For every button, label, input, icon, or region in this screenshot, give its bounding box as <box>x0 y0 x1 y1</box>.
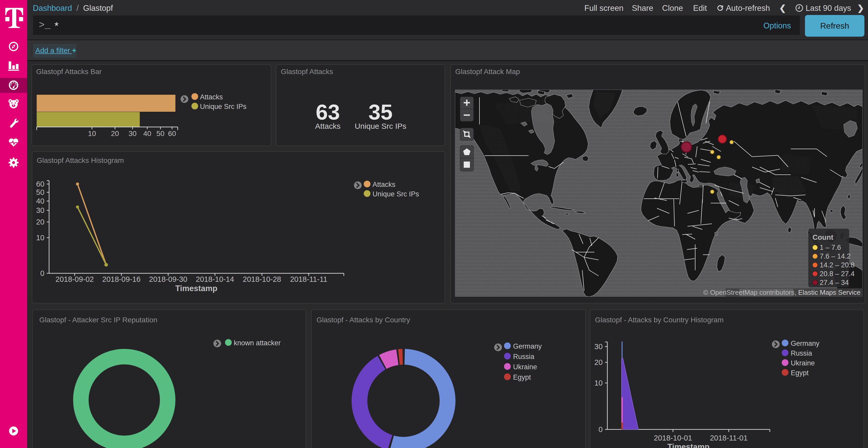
svg-text:Germany: Germany <box>791 340 820 347</box>
svg-text:1 – 7.6: 1 – 7.6 <box>820 244 841 251</box>
svg-text:30: 30 <box>594 342 603 351</box>
svg-text:Russia: Russia <box>791 349 812 357</box>
svg-text:Russia: Russia <box>513 353 535 360</box>
svg-text:2018-10-28: 2018-10-28 <box>243 275 281 283</box>
svg-text:Ukraine: Ukraine <box>791 359 815 367</box>
svg-text:2018-09-16: 2018-09-16 <box>102 275 141 283</box>
svg-text:27.4 – 34: 27.4 – 34 <box>820 279 849 286</box>
svg-text:Attacks: Attacks <box>200 93 223 101</box>
svg-text:40: 40 <box>36 197 44 205</box>
svg-text:50: 50 <box>156 130 164 138</box>
svg-text:Count: Count <box>812 233 833 241</box>
svg-text:Unique Src IPs: Unique Src IPs <box>200 103 246 110</box>
svg-text:Attacks: Attacks <box>373 181 396 188</box>
svg-text:10: 10 <box>36 234 44 242</box>
svg-text:2018-10-14: 2018-10-14 <box>196 275 234 283</box>
svg-text:2018-09-30: 2018-09-30 <box>149 275 187 283</box>
svg-text:known attacker: known attacker <box>234 339 281 347</box>
svg-text:Timestamp: Timestamp <box>175 284 217 293</box>
svg-text:20: 20 <box>594 358 603 367</box>
svg-text:Germany: Germany <box>513 342 542 350</box>
svg-text:Egypt: Egypt <box>513 373 531 381</box>
svg-text:2018-11-11: 2018-11-11 <box>290 275 327 283</box>
svg-text:Unique Src IPs: Unique Src IPs <box>373 190 419 198</box>
svg-text:14.2 – 20.8: 14.2 – 20.8 <box>820 261 855 269</box>
svg-text:20: 20 <box>36 218 44 226</box>
svg-text:30: 30 <box>36 206 44 214</box>
svg-text:Timestamp: Timestamp <box>667 442 709 448</box>
svg-text:60: 60 <box>36 180 44 188</box>
svg-text:10: 10 <box>594 379 603 387</box>
svg-text:20: 20 <box>111 130 119 138</box>
svg-text:10: 10 <box>88 130 96 138</box>
svg-text:2018-10-01: 2018-10-01 <box>654 434 692 442</box>
svg-text:30: 30 <box>128 130 136 138</box>
svg-text:7.6 – 14.2: 7.6 – 14.2 <box>820 252 851 260</box>
svg-text:40: 40 <box>143 130 151 138</box>
svg-text:2018-09-02: 2018-09-02 <box>56 275 94 283</box>
svg-text:50: 50 <box>36 188 44 196</box>
svg-text:© OpenStreetMap contributors,: © OpenStreetMap contributors, Elastic Ma… <box>703 288 861 296</box>
svg-text:60: 60 <box>168 130 176 138</box>
svg-text:0: 0 <box>40 269 44 277</box>
svg-text:Egypt: Egypt <box>791 369 809 377</box>
svg-text:Ukraine: Ukraine <box>513 363 537 371</box>
svg-text:20.8 – 27.4: 20.8 – 27.4 <box>820 270 855 278</box>
svg-text:0: 0 <box>598 425 603 434</box>
svg-text:2018-11-01: 2018-11-01 <box>710 434 748 442</box>
